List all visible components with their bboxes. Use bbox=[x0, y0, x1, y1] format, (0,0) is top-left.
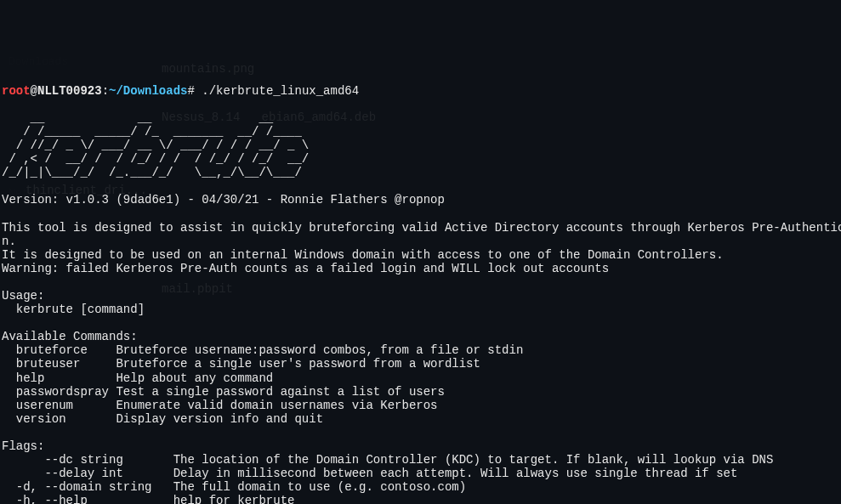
flags-header: Flags: bbox=[2, 439, 44, 453]
commands-header: Available Commands: bbox=[2, 330, 138, 343]
version-line: Version: v1.0.3 (9dad6e1) - 04/30/21 - R… bbox=[2, 193, 445, 207]
prompt-host: NLLT00923 bbox=[37, 84, 102, 98]
flag-delay: --delay int Delay in millisecond between… bbox=[2, 467, 737, 480]
usage-header: Usage: bbox=[2, 289, 44, 303]
prompt-colon: : bbox=[102, 84, 109, 98]
bg-sidebar-downloads: Downloads bbox=[9, 53, 68, 72]
flag-domain: -d, --domain string The full domain to u… bbox=[2, 480, 466, 494]
command-version: version Display version info and quit bbox=[2, 412, 323, 426]
prompt-path: ~/Downloads bbox=[109, 84, 187, 98]
command-text: ./kerbrute_linux_amd64 bbox=[202, 84, 359, 98]
command-bruteuser: bruteuser Bruteforce a single user's pas… bbox=[2, 357, 480, 371]
prompt-user: root bbox=[2, 84, 31, 98]
command-bruteforce: bruteforce Bruteforce username:password … bbox=[2, 343, 523, 357]
command-help: help Help about any command bbox=[2, 371, 273, 385]
flag-help: -h, --help help for kerbrute bbox=[2, 494, 294, 504]
usage-body: kerbrute [command] bbox=[2, 303, 145, 316]
command-userenum: userenum Enumerate valid domain username… bbox=[2, 399, 437, 412]
ascii-art-logo: __ __ __ / /_____ _____/ /_ _______ __/ … bbox=[2, 111, 588, 179]
command-passwordspray: passwordspray Test a single password aga… bbox=[2, 385, 445, 399]
description-line3: Warning: failed Kerberos Pre-Auth counts… bbox=[2, 262, 609, 275]
prompt-hash: # bbox=[187, 84, 194, 98]
prompt-at: @ bbox=[31, 84, 37, 98]
bg-file-mountains: mountains.png bbox=[162, 62, 376, 76]
flag-dc: --dc string The location of the Domain C… bbox=[2, 453, 773, 467]
description-line1: This tool is designed to assist in quick… bbox=[2, 221, 841, 248]
description-line2: It is designed to be used on an internal… bbox=[2, 248, 724, 262]
terminal-output[interactable]: root@NLLT00923:~/Downloads# ./kerbrute_l… bbox=[2, 84, 839, 504]
